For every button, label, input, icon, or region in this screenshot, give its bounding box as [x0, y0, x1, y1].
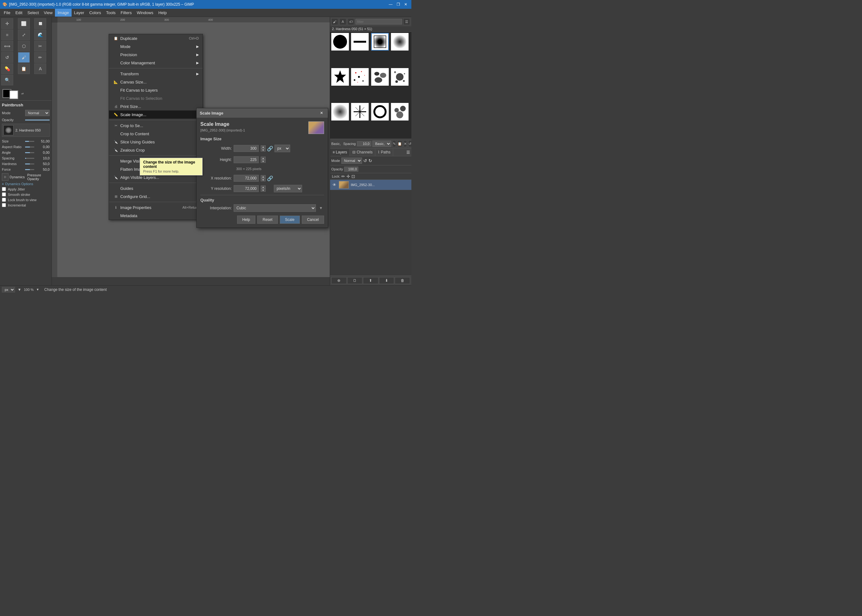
layers-redo-icon[interactable]: ↺	[368, 158, 372, 163]
menu-scale-image[interactable]: 📏 Scale Image...	[109, 110, 203, 119]
menu-tools[interactable]: Tools	[104, 9, 118, 17]
menu-duplicate[interactable]: 📋 Duplicate Ctrl+D	[109, 34, 203, 42]
brush-tool-paint[interactable]: 🖌	[331, 18, 338, 25]
menu-edit[interactable]: Edit	[13, 9, 25, 17]
menu-mode[interactable]: Mode ▶	[109, 42, 203, 50]
width-input[interactable]	[234, 145, 259, 152]
incremental-checkbox[interactable]	[2, 203, 6, 207]
dynamics-options-header[interactable]: Dynamics Options	[2, 182, 50, 186]
height-down[interactable]: ▼	[261, 160, 266, 163]
tool-perspective[interactable]: ⬡	[18, 41, 30, 52]
brush-cell-scatter[interactable]	[351, 68, 369, 86]
tool-select-free[interactable]: 🔲	[34, 18, 46, 29]
yres-up[interactable]: ▲	[261, 185, 266, 189]
tool-flip[interactable]: ⟺	[1, 41, 13, 52]
res-unit-select[interactable]: pixels/inpixels/mm	[274, 185, 302, 192]
scale-button[interactable]: Scale	[280, 215, 300, 224]
layers-opacity-input[interactable]	[344, 167, 358, 172]
brush-cell-cross[interactable]	[351, 103, 369, 121]
brush-cell-swirl[interactable]	[391, 103, 408, 121]
tool-warp[interactable]: 🌊	[34, 30, 46, 40]
status-unit-select[interactable]: px	[2, 287, 15, 292]
brush-cell-bigsoft[interactable]	[391, 33, 408, 50]
minimize-button[interactable]: —	[388, 2, 394, 7]
height-up[interactable]: ▲	[261, 157, 266, 160]
menu-image[interactable]: Image	[55, 9, 71, 17]
opacity-slider[interactable]	[25, 119, 50, 121]
background-color[interactable]	[9, 90, 18, 99]
swap-colors-icon[interactable]: ⇄	[21, 92, 24, 95]
layer-row-img[interactable]: 👁 IMG_2952-30...	[330, 180, 411, 190]
layers-mode-select[interactable]: Normal	[341, 157, 362, 164]
delete-layer-btn[interactable]: 🗑	[395, 277, 410, 284]
menu-layer[interactable]: Layer	[72, 9, 87, 17]
new-layer-group-btn[interactable]: ⊕	[331, 277, 347, 284]
xres-spinner[interactable]: ▲ ▼	[261, 175, 266, 181]
tool-zoom[interactable]: 🔍	[1, 75, 13, 85]
menu-fit-canvas-layers[interactable]: Fit Canvas to Layers	[109, 86, 203, 94]
tool-select-fuzzy[interactable]: ⌗	[1, 30, 13, 40]
res-link-icon[interactable]: 🔗	[268, 173, 273, 183]
angle-slider[interactable]	[25, 152, 34, 153]
menu-help[interactable]: Help	[156, 9, 169, 17]
brush-panel-menu-icon[interactable]: ☰	[403, 18, 410, 25]
menu-slice-guides[interactable]: 🔪 Slice Using Guides	[109, 138, 203, 146]
menu-print-size[interactable]: 🖨 Print Size...	[109, 102, 203, 110]
brush-cell-texture1[interactable]	[371, 68, 389, 86]
brush-cell-splatter[interactable]	[391, 68, 408, 86]
brush-refresh-icon[interactable]: ↺	[408, 140, 411, 147]
menu-colors[interactable]: Colors	[87, 9, 104, 17]
tool-clone[interactable]: 📋	[18, 63, 30, 74]
menu-crop-se[interactable]: ✂ Crop to Se...	[109, 121, 203, 130]
tool-crop[interactable]: ✂	[34, 41, 46, 52]
status-zoom-dropdown[interactable]: ▼	[36, 288, 39, 291]
size-unit-select[interactable]: pxinmm	[274, 145, 290, 152]
brush-cell-line[interactable]	[351, 33, 369, 50]
menu-configure-grid[interactable]: ⊞ Configure Grid...	[109, 192, 203, 201]
tool-transform[interactable]: ⤢	[18, 30, 30, 40]
xres-down[interactable]: ▼	[261, 178, 266, 181]
tab-layers[interactable]: ≡ Layers	[330, 149, 350, 156]
brush-category-select[interactable]: Basic,	[372, 141, 391, 147]
xres-up[interactable]: ▲	[261, 175, 266, 178]
brush-delete-icon[interactable]: ✕	[403, 140, 407, 147]
lock-position-icon[interactable]: ✛	[347, 174, 350, 179]
menu-canvas-size[interactable]: 📐 Canvas Size...	[109, 78, 203, 86]
tool-rotate[interactable]: ↺	[1, 52, 13, 63]
width-down[interactable]: ▼	[261, 148, 266, 152]
menu-crop-content[interactable]: Crop to Content	[109, 130, 203, 138]
interpolation-select[interactable]: None Linear Cubic Sinc (Lanczos3) Lohalo	[234, 204, 316, 212]
layer-visibility-icon[interactable]: 👁	[332, 182, 337, 187]
tool-text[interactable]: A	[34, 63, 46, 74]
apply-jitter-checkbox[interactable]	[2, 187, 6, 191]
brush-cell-star[interactable]	[331, 68, 349, 86]
height-spinner[interactable]: ▲ ▼	[261, 157, 266, 163]
width-up[interactable]: ▲	[261, 145, 266, 148]
brush-copy-icon[interactable]: 📋	[397, 140, 402, 147]
brush-spacing-input[interactable]	[357, 141, 371, 146]
brush-cell-ring[interactable]	[371, 103, 389, 121]
menu-select[interactable]: Select	[25, 9, 41, 17]
close-button[interactable]: ✕	[403, 2, 409, 7]
size-slider[interactable]	[25, 141, 34, 142]
spacing-slider[interactable]	[25, 158, 34, 159]
cancel-button[interactable]: Cancel	[302, 215, 324, 224]
brush-preview[interactable]: 2. Hardness 050	[2, 124, 50, 137]
menu-view[interactable]: View	[41, 9, 55, 17]
tool-pencil[interactable]: ✏	[34, 52, 46, 63]
lock-brush-checkbox[interactable]	[2, 198, 6, 202]
xres-input[interactable]	[234, 175, 259, 182]
yres-input[interactable]	[234, 185, 259, 192]
tool-select-rect[interactable]: ⬜	[18, 18, 30, 29]
brush-cell-hard[interactable]	[331, 33, 349, 50]
smooth-stroke-checkbox[interactable]	[2, 192, 6, 196]
brush-cell-hardness050[interactable]	[371, 33, 389, 50]
hardness-slider[interactable]	[25, 163, 34, 165]
tool-move[interactable]: ✛	[1, 18, 13, 29]
brush-filter-input[interactable]	[356, 19, 402, 25]
menu-image-properties[interactable]: ℹ Image Properties Alt+Return	[109, 203, 203, 212]
tab-paths[interactable]: ⌇ Paths	[375, 149, 393, 156]
brush-tool-text[interactable]: A	[339, 18, 347, 25]
title-bar-controls[interactable]: — ❐ ✕	[388, 2, 409, 7]
menu-file[interactable]: File	[1, 9, 13, 17]
